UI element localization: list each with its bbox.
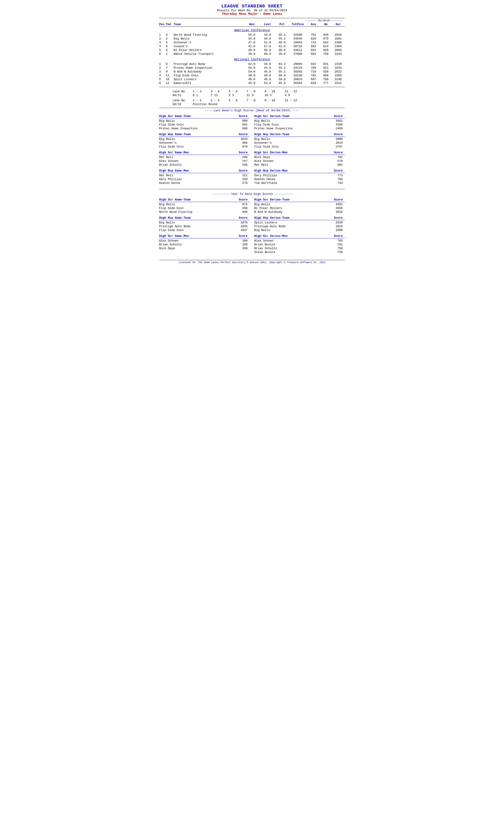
entry-name: Alex Schoen (254, 160, 329, 163)
ser-cell: 2622 (331, 70, 345, 74)
list-item: Big Balls 960 (159, 119, 250, 123)
entry-score: 744 (329, 181, 345, 185)
entry-score: 881 (234, 123, 250, 126)
table-row: 3 9 B And W Autobody 54.0 44.0 55.1 3020… (159, 70, 345, 74)
entry-name: Prestige Auto Body (159, 225, 234, 228)
entry-score: 279 (234, 181, 250, 185)
col-ser: Ser (331, 23, 345, 26)
tm-cell: 10 (166, 78, 174, 81)
entry-score: 750 (329, 247, 345, 250)
totpins-cell: 31990 (289, 33, 307, 36)
gm-cell: 814 (320, 45, 331, 48)
list-item: Bi Polar Rollers 2666 (254, 206, 345, 210)
team-cell: Split Lickers (174, 78, 244, 81)
entry-name: Alex Schoen (254, 239, 329, 242)
pct-cell: 40.8 (275, 49, 289, 52)
pct-cell: 56.1 (275, 33, 289, 36)
high-hcp-game-men-lw-header: High Hcp Game-Men Score (159, 169, 250, 173)
entry-score: 286 (234, 155, 250, 159)
lost-cell: 51.0 (260, 41, 275, 44)
team-cell: Flip Side Coin (174, 74, 244, 77)
table-row: 4 6 Cusack's 41.0 57.0 41.8 28710 683 81… (159, 45, 345, 48)
lost-cell: 44.0 (260, 37, 275, 40)
entry-name: Mat Bell (159, 174, 234, 177)
entry-name: Gary Phillips (254, 174, 329, 177)
totpins-cell: 27860 (289, 52, 307, 56)
ave-cell: 663 (307, 52, 320, 56)
entry-score: 300 (234, 239, 250, 242)
ser-cell: 2339 (331, 62, 345, 66)
entry-score: 970 (234, 145, 250, 148)
list-item: Tim Hartfield 744 (254, 181, 345, 185)
list-item: Split Lickers 2926 (254, 221, 345, 225)
list-item: Flip Side Coin 2767 (254, 145, 345, 149)
ave-cell: 628 (307, 82, 320, 85)
totpins-cell: 33240 (289, 74, 307, 77)
table-row: 4 11 Flip Side Coin 49.0 49.0 50.0 33240… (159, 74, 345, 78)
entry-name: Big Balls (254, 119, 329, 122)
high-hcp-game-team-lw-header: High Hcp Game-Team Score (159, 133, 250, 137)
list-item: Mat Bell 286 (159, 155, 250, 159)
team-cell: Prestige Auto Body (174, 62, 244, 66)
table-row: 6 12 Embers1871 45.0 53.0 45.9 26384 628… (159, 81, 345, 85)
entry-name: Big Balls (159, 119, 234, 122)
table-row: 5 10 Split Lickers 49.0 49.0 50.0 28033 … (159, 78, 345, 81)
entry-name: Flip Side Coin (159, 229, 234, 232)
lane-label-1: Lane No (173, 90, 188, 93)
tm-cell: 1 (166, 52, 174, 56)
pct-cell: 48.0 (275, 41, 289, 44)
entry-name: Big Balls (159, 221, 234, 224)
team-cell: Protec Home Inspection (174, 66, 244, 69)
entry-score: 702 (329, 155, 345, 159)
footer: Licensed To: The Dome Lanes Perfect Secr… (159, 260, 345, 264)
lane-note: Position Round (193, 103, 217, 106)
lw-scr-series-team-entries: Big Balls 2681 Flip Side Coin 2500 Prote… (254, 119, 345, 131)
col-pct: Pct (275, 23, 289, 26)
ytd-hcp-series-team-entries: Split Lickers 2926 Prestige Auto Body 29… (254, 221, 345, 232)
entry-score: 783 (329, 239, 345, 242)
list-item: Steve Busick 750 (254, 250, 345, 254)
entry-score: 781 (329, 243, 345, 246)
lw-scr-game-men-entries: Mat Bell 286 Alex Schoen 257 Brian Schul… (159, 155, 250, 167)
ytd-high-scr-game-team-header: High Scr Game-Team Score (159, 198, 250, 202)
list-item: Brian Busick 781 (254, 242, 345, 247)
list-item: Flip Side Coin 950 (159, 206, 250, 210)
totpins-cell: 34611 (289, 49, 307, 52)
col-lost: Lost (260, 23, 275, 26)
won-cell: 49.0 (244, 78, 260, 81)
lane-range-2-6: 11 - 12 (285, 99, 300, 102)
lane-date-2: 04/18 (173, 103, 188, 106)
entry-name: Gary Phillips (159, 177, 234, 181)
lw-scr-series-men-entries: Nick Daye 702 Alex Schoen 670 Mat Bell 6… (254, 155, 345, 167)
entry-name: Flip Side Coin (159, 123, 234, 126)
lost-cell: 36.0 (260, 62, 275, 66)
list-item: Flip Side Coin 1047 (159, 228, 250, 232)
tm-cell: 2 (166, 37, 174, 40)
ave-cell: 713 (307, 41, 320, 44)
high-scr-series-team-lw: High Scr Series-Team Score Big Balls 268… (254, 114, 345, 131)
list-item: Alex Schoen 783 (254, 239, 345, 242)
entry-name: Schooner's (159, 141, 234, 145)
gm-cell: 950 (320, 74, 331, 77)
list-item: Alex Schoen 670 (254, 159, 345, 163)
entry-name: Big Balls (254, 229, 329, 232)
entry-score: 1055 (234, 225, 250, 228)
gm-cell: 921 (320, 66, 331, 69)
pct-cell: 55.1 (275, 70, 289, 74)
pos-cell: 2 (159, 37, 166, 40)
pos-cell: 1 (159, 33, 166, 36)
high-scr-series-men-lw-header: High Scr Series-Men Score (254, 151, 345, 155)
lane-vals-5: 10 5 (265, 94, 280, 97)
list-item: Big Balls 2900 (254, 228, 345, 232)
tm-cell: 12 (166, 82, 174, 85)
entry-name: Nick Daye (159, 247, 234, 250)
won-cell: 54.0 (244, 70, 260, 74)
lane-vals-4: 12 9 (247, 94, 260, 97)
ytd-high-scr-game-men: High Scr Game-Men Score Alex Schoen 300 … (159, 234, 250, 254)
entry-name: Brian Schultz (254, 247, 329, 250)
list-item: Schooner's 986 (159, 141, 250, 145)
team-cell: North Wood Flooring (174, 33, 244, 36)
entry-name: Flip Side Coin (254, 123, 329, 126)
entry-score: 2915 (329, 225, 345, 228)
ave-cell: 791 (307, 74, 320, 77)
